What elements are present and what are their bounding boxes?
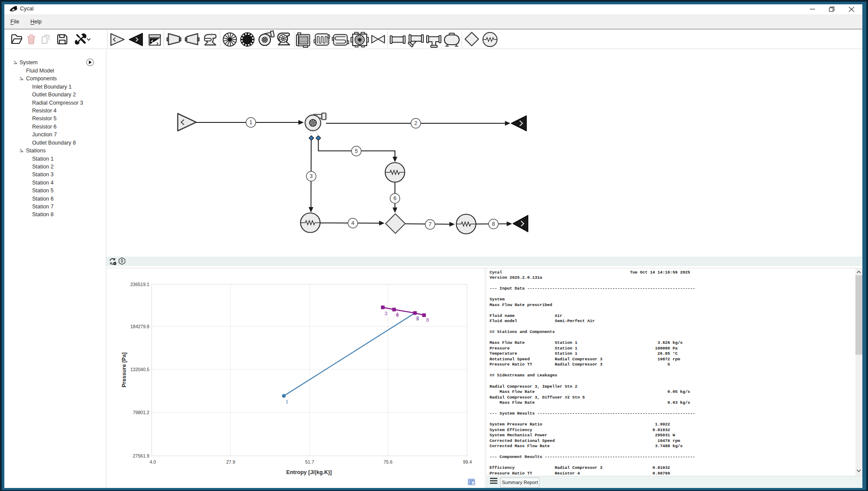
svg-text:7: 7 xyxy=(429,221,432,227)
svg-text:2: 2 xyxy=(414,120,418,126)
svg-text:4.0: 4.0 xyxy=(150,459,156,465)
svg-text:5: 5 xyxy=(416,316,419,321)
svg-text:99.4: 99.4 xyxy=(463,459,472,465)
svg-text:8: 8 xyxy=(426,317,429,323)
svg-text:4: 4 xyxy=(352,220,355,226)
svg-text:184279.8: 184279.8 xyxy=(130,324,149,329)
svg-text:27561.9: 27561.9 xyxy=(133,453,149,458)
svg-text:Entropy [J/(kg.K)]: Entropy [J/(kg.K)] xyxy=(286,469,332,475)
svg-text:1: 1 xyxy=(286,399,288,404)
svg-text:132040.5: 132040.5 xyxy=(130,367,149,372)
svg-text:75.6: 75.6 xyxy=(384,459,393,465)
svg-text:27.9: 27.9 xyxy=(226,459,235,465)
svg-text:6: 6 xyxy=(394,195,397,201)
svg-text:51.7: 51.7 xyxy=(305,459,314,465)
svg-text:236519.1: 236519.1 xyxy=(130,282,149,287)
svg-text:79801.2: 79801.2 xyxy=(133,410,149,415)
svg-text:1: 1 xyxy=(250,119,253,125)
svg-text:3: 3 xyxy=(385,311,387,316)
svg-text:Pressure [Pa]: Pressure [Pa] xyxy=(121,353,127,388)
svg-text:5: 5 xyxy=(355,148,358,154)
svg-text:6: 6 xyxy=(396,313,399,318)
svg-text:8: 8 xyxy=(492,221,495,227)
svg-text:3: 3 xyxy=(310,173,313,179)
